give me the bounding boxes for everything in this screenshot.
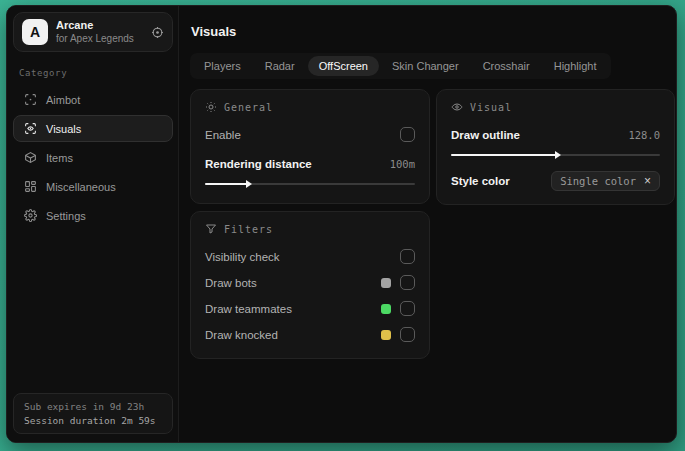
target-icon[interactable] [151, 26, 164, 39]
slider-fill [205, 183, 247, 185]
subscription-status-card: Sub expires in 9d 23h Session duration 2… [13, 393, 173, 434]
sidebar: A Arcane for Apex Legends Category [7, 6, 179, 442]
scan-eye-icon [24, 122, 37, 135]
visual-panel: Visual Draw outline 128.0 Style color Si… [436, 89, 675, 205]
app-title: Arcane [56, 19, 143, 33]
draw-bots-label: Draw bots [205, 277, 257, 289]
draw-bots-color-swatch[interactable] [381, 278, 391, 288]
sun-icon [205, 101, 217, 113]
sub-expires-text: Sub expires in 9d 23h [24, 401, 162, 412]
draw-outline-label: Draw outline [451, 129, 520, 141]
visibility-check-label: Visibility check [205, 251, 280, 263]
visuals-tabbar: Players Radar OffScreen Skin Changer Cro… [190, 53, 611, 79]
draw-outline-value: 128.0 [628, 129, 660, 141]
visibility-check-row: Visibility check [205, 246, 415, 267]
gear-icon [24, 209, 37, 222]
style-color-selected-value: Single color [560, 175, 636, 187]
panel-title: Filters [224, 224, 273, 235]
sidebar-item-visuals[interactable]: Visuals [13, 115, 173, 142]
tab-offscreen[interactable]: OffScreen [308, 56, 379, 76]
sidebar-item-label: Items [46, 152, 73, 164]
filters-panel: Filters Visibility check Draw bots [190, 211, 430, 359]
sidebar-item-aimbot[interactable]: Aimbot [13, 86, 173, 113]
draw-bots-row: Draw bots [205, 272, 415, 293]
draw-knocked-row: Draw knocked [205, 324, 415, 345]
draw-knocked-color-swatch[interactable] [381, 330, 391, 340]
page-title: Visuals [191, 24, 675, 39]
grid-icon [24, 180, 37, 193]
draw-outline-row: Draw outline 128.0 [451, 124, 660, 145]
sidebar-item-label: Visuals [46, 123, 81, 135]
draw-outline-slider[interactable] [451, 149, 660, 161]
main-content: Visuals Players Radar OffScreen Skin Cha… [179, 6, 677, 442]
sidebar-item-label: Miscellaneous [46, 181, 116, 193]
style-color-select[interactable]: Single color × [551, 171, 660, 191]
cube-icon [24, 151, 37, 164]
tab-radar[interactable]: Radar [254, 56, 306, 76]
sidebar-item-label: Aimbot [46, 94, 80, 106]
draw-teammates-checkbox[interactable] [400, 301, 415, 316]
draw-knocked-checkbox[interactable] [400, 327, 415, 342]
enable-label: Enable [205, 129, 241, 141]
tab-highlight[interactable]: Highlight [543, 56, 608, 76]
panel-title: Visual [470, 102, 512, 113]
crosshair-icon [24, 93, 37, 106]
app-logo: A [22, 19, 48, 45]
sidebar-nav: Aimbot Visuals Items [13, 86, 173, 229]
rendering-distance-row: Rendering distance 100m [205, 153, 415, 174]
general-panel: General Enable Rendering distance 100m [190, 89, 430, 204]
app-window: A Arcane for Apex Legends Category [6, 5, 677, 443]
slider-fill [451, 154, 556, 156]
logo-card: A Arcane for Apex Legends [13, 12, 173, 52]
rendering-distance-slider[interactable] [205, 178, 415, 190]
clear-icon[interactable]: × [644, 175, 651, 187]
panel-title: General [224, 102, 273, 113]
sidebar-item-items[interactable]: Items [13, 144, 173, 171]
funnel-icon [205, 223, 217, 235]
rendering-distance-value: 100m [390, 158, 415, 170]
eye-icon [451, 101, 463, 113]
sidebar-item-miscellaneous[interactable]: Miscellaneous [13, 173, 173, 200]
tab-players[interactable]: Players [193, 56, 252, 76]
enable-checkbox[interactable] [400, 127, 415, 142]
draw-teammates-color-swatch[interactable] [381, 304, 391, 314]
sidebar-item-label: Settings [46, 210, 86, 222]
draw-knocked-label: Draw knocked [205, 329, 278, 341]
draw-teammates-label: Draw teammates [205, 303, 292, 315]
sidebar-item-settings[interactable]: Settings [13, 202, 173, 229]
app-subtitle: for Apex Legends [56, 33, 143, 46]
visibility-check-checkbox[interactable] [400, 249, 415, 264]
draw-teammates-row: Draw teammates [205, 298, 415, 319]
tab-skin-changer[interactable]: Skin Changer [381, 56, 470, 76]
style-color-label: Style color [451, 175, 510, 187]
tab-crosshair[interactable]: Crosshair [472, 56, 541, 76]
session-duration-text: Session duration 2m 59s [24, 415, 162, 426]
category-label: Category [19, 68, 167, 78]
style-color-row: Style color Single color × [451, 170, 660, 191]
draw-bots-checkbox[interactable] [400, 275, 415, 290]
rendering-distance-label: Rendering distance [205, 158, 312, 170]
enable-row: Enable [205, 124, 415, 145]
